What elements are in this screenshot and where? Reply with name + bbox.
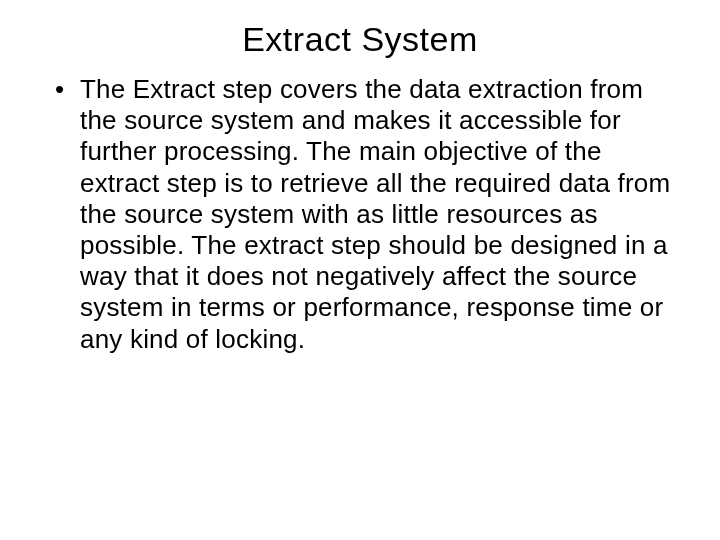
bullet-item: The Extract step covers the data extract…: [55, 74, 685, 355]
slide-title: Extract System: [35, 20, 685, 59]
bullet-list: The Extract step covers the data extract…: [35, 74, 685, 355]
